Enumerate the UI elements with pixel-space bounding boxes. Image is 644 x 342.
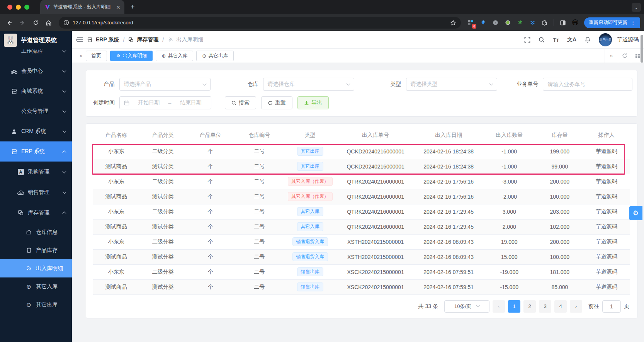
address-bar[interactable]: 127.0.0.1/erp/stock/record bbox=[59, 17, 461, 29]
browser-update-button[interactable]: 重新启动即可更新 ⋮ bbox=[584, 17, 640, 28]
breadcrumb-item[interactable]: 库存管理 bbox=[137, 36, 158, 43]
table-row[interactable]: 小东东二级分类个二号销售退货入库XSTH202402150000012024-0… bbox=[93, 234, 630, 249]
fullscreen-icon[interactable] bbox=[524, 37, 530, 43]
ext-blocker-icon[interactable]: 6 bbox=[466, 18, 476, 28]
browser-menu-icon[interactable]: ⋮ bbox=[630, 20, 636, 26]
sidebar-item-other-in[interactable]: ⊕ 其它入库 bbox=[0, 277, 72, 296]
username[interactable]: 芋道源码 bbox=[617, 36, 639, 43]
table-row[interactable]: 测试商品测试分类个二号其它出库QCKD202402160000012024-02… bbox=[93, 159, 630, 174]
table-row[interactable]: 测试商品测试分类个二号其它入库（作废）QTRK20240216000001202… bbox=[93, 189, 630, 204]
cell-operator: 芋道源码 bbox=[583, 219, 630, 234]
extensions-puzzle-icon[interactable] bbox=[540, 18, 550, 28]
ext-star-icon[interactable] bbox=[515, 18, 525, 28]
window-close-button[interactable] bbox=[7, 5, 12, 10]
tab-search-button[interactable]: ⌄ bbox=[632, 3, 641, 12]
calendar-icon bbox=[124, 100, 129, 105]
sidebar-item-warehouse-info[interactable]: 仓库信息 bbox=[0, 223, 72, 241]
tab-other-in[interactable]: ⊕ 其它入库 bbox=[156, 51, 193, 61]
sidebar-item-product-stock[interactable]: 产品库存 bbox=[0, 241, 72, 259]
page-button-2[interactable]: 2 bbox=[523, 300, 536, 313]
bookmark-star-icon[interactable] bbox=[450, 20, 456, 26]
favicon bbox=[45, 5, 50, 10]
cell-qty: -2.000 bbox=[482, 189, 537, 204]
sidebar-panel-icon[interactable] bbox=[558, 18, 568, 28]
reload-icon[interactable] bbox=[30, 17, 41, 28]
ext-coin-icon[interactable]: ¥ bbox=[490, 18, 500, 28]
prev-page-button[interactable]: ‹ bbox=[493, 300, 505, 313]
product-select[interactable]: 请选择产品 bbox=[119, 78, 211, 91]
date-range-picker[interactable]: 开始日期 – 结束日期 bbox=[119, 96, 211, 109]
sidebar-item-erp[interactable]: ERP 系统 bbox=[0, 141, 72, 162]
select-placeholder: 请选择类型 bbox=[411, 81, 438, 88]
sidebar-item-purchase[interactable]: A 采购管理 bbox=[0, 162, 72, 182]
page-button-1[interactable]: 1 bbox=[508, 300, 520, 313]
cell-order_no: QCKD20240216000001 bbox=[336, 159, 415, 174]
forward-icon[interactable] bbox=[17, 17, 28, 28]
window-minimize-button[interactable] bbox=[16, 5, 21, 10]
user-avatar[interactable]: 义乌一景 bbox=[599, 33, 612, 46]
sidebar-item-member-center[interactable]: 会员中心 bbox=[0, 61, 72, 81]
language-icon[interactable]: 文A bbox=[567, 36, 576, 43]
notification-bell-icon[interactable] bbox=[585, 36, 591, 43]
tab-stock-record[interactable]: 出入库明细 bbox=[110, 51, 153, 61]
breadcrumb-item[interactable]: ERP 系统 bbox=[96, 36, 119, 43]
page-size-select[interactable]: 10条/页 bbox=[444, 300, 489, 313]
theme-settings-gear-button[interactable]: ⚙ bbox=[629, 206, 642, 220]
search-icon[interactable] bbox=[539, 37, 545, 43]
sidebar-item-sales[interactable]: 销售管理 bbox=[0, 182, 72, 202]
sidebar-item-mp-manage[interactable]: 公众号管理 bbox=[0, 101, 72, 121]
ext-chevrons-icon[interactable] bbox=[527, 18, 537, 28]
tab-close-icon[interactable]: ✕ bbox=[116, 4, 121, 10]
next-page-button[interactable]: › bbox=[570, 300, 582, 313]
window-controls bbox=[0, 5, 35, 10]
app-logo-row[interactable]: 🐰 芋道管理系统 bbox=[0, 31, 72, 49]
table-row[interactable]: 小东东二级分类个二号其它入库（作废）QTRK202402160000012024… bbox=[93, 174, 630, 189]
sidebar-item-stock-record[interactable]: 出入库明细 bbox=[0, 259, 72, 277]
refresh-page-icon[interactable] bbox=[618, 49, 631, 63]
sidebar-item-label: CRM 系统 bbox=[21, 128, 59, 135]
ext-circle-icon[interactable] bbox=[503, 18, 513, 28]
search-button[interactable]: 搜索 bbox=[225, 96, 256, 109]
scrollbar-thumb[interactable] bbox=[641, 35, 643, 63]
site-info-icon[interactable] bbox=[63, 20, 69, 26]
sidebar-item-mall[interactable]: 商城系统 bbox=[0, 81, 72, 101]
tabs-scroll-left-icon[interactable]: « bbox=[76, 53, 86, 59]
page-button-4[interactable]: 4 bbox=[554, 300, 567, 313]
table-row[interactable]: 测试商品测试分类个二号销售出库XSCK202402150000012024-02… bbox=[93, 279, 630, 294]
sidebar-item-crm[interactable]: CRM 系统 bbox=[0, 121, 72, 141]
page-button-3[interactable]: 3 bbox=[539, 300, 551, 313]
tabs-bar-actions: » bbox=[605, 49, 644, 63]
table-row[interactable]: 小东东二级分类个二号其它入库QTRK202402160000012024-02-… bbox=[93, 204, 630, 219]
reset-button[interactable]: 重置 bbox=[261, 96, 292, 109]
pagination-total: 共 33 条 bbox=[418, 303, 438, 310]
browser-tab[interactable]: 芋道管理系统 - 出入库明细 ✕ bbox=[40, 0, 124, 14]
collapse-menu-icon[interactable] bbox=[76, 37, 83, 43]
table-row[interactable]: 测试商品测试分类个二号销售退货入库XSTH202402150000012024-… bbox=[93, 249, 630, 264]
cell-unit: 个 bbox=[187, 174, 234, 189]
table-row[interactable]: 测试商品测试分类个二号其它入库QTRK202402160000012024-02… bbox=[93, 219, 630, 234]
tab-other-out[interactable]: ⊖ 其它出库 bbox=[196, 51, 234, 61]
font-size-icon[interactable]: Tт bbox=[553, 37, 559, 43]
home-icon[interactable] bbox=[43, 17, 54, 28]
tabs-scroll-right-icon[interactable]: » bbox=[605, 49, 618, 63]
tab-home[interactable]: 首页 bbox=[86, 51, 107, 61]
sidebar-item-label: 其它入库 bbox=[36, 283, 66, 290]
sidebar-item-other-out[interactable]: ⊖ 其它出库 bbox=[0, 296, 72, 314]
export-button[interactable]: 导出 bbox=[297, 96, 329, 109]
url-text[interactable]: 127.0.0.1/erp/stock/record bbox=[73, 20, 447, 26]
table-row[interactable]: 小东东二级分类个二号销售出库XSCK202402150000012024-02-… bbox=[93, 264, 630, 279]
new-tab-button[interactable]: + bbox=[131, 3, 135, 11]
window-zoom-button[interactable] bbox=[24, 5, 29, 10]
profile-avatar-emoji[interactable]: 😄 bbox=[570, 18, 580, 28]
sidebar-item-stock[interactable]: 库存管理 bbox=[0, 202, 72, 223]
type-select[interactable]: 请选择类型 bbox=[406, 78, 497, 91]
table-row[interactable]: 小东东二级分类个二号其它出库QCKD202402160000012024-02-… bbox=[93, 144, 630, 159]
warehouse-select[interactable]: 请选择仓库 bbox=[263, 78, 354, 91]
filter-row-2: 创建时间 开始日期 – 结束日期 bbox=[91, 96, 632, 109]
goto-page-input[interactable] bbox=[602, 300, 621, 313]
ext-kite-icon[interactable] bbox=[478, 18, 488, 28]
bizno-input[interactable] bbox=[547, 81, 628, 87]
back-icon[interactable] bbox=[4, 17, 15, 28]
chevron-down-icon bbox=[203, 82, 207, 85]
storefront-icon bbox=[11, 88, 17, 94]
